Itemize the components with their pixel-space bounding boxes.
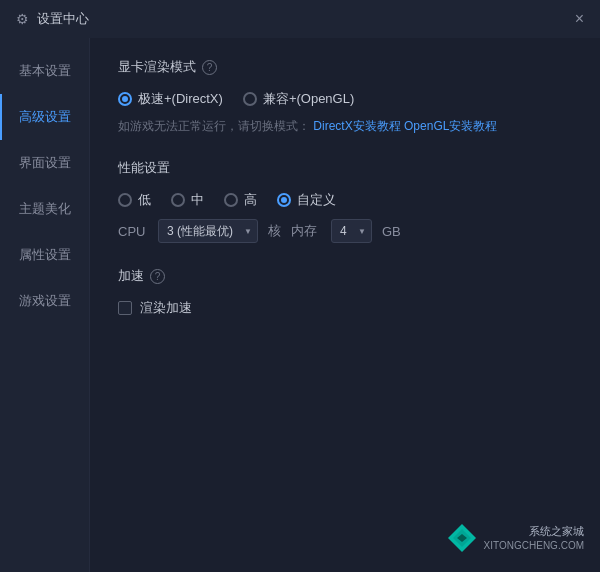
mem-unit-label: GB — [382, 224, 401, 239]
accel-section-title: 加速 ? — [118, 267, 572, 285]
directx-label: 极速+(DirectX) — [138, 90, 223, 108]
cpu-select-wrapper: 3 (性能最优) 1 2 4 — [158, 219, 258, 243]
directx-tutorial-link[interactable]: DirectX安装教程 — [313, 119, 400, 133]
perf-custom-option[interactable]: 自定义 — [277, 191, 336, 209]
sidebar-item-advanced[interactable]: 高级设置 — [0, 94, 89, 140]
gpu-link-prefix: 如游戏无法正常运行，请切换模式： — [118, 119, 310, 133]
watermark-area: 系统之家城 XITONGCHENG.COM — [446, 522, 584, 554]
perf-low-option[interactable]: 低 — [118, 191, 151, 209]
opengl-option[interactable]: 兼容+(OpenGL) — [243, 90, 354, 108]
perf-custom-label: 自定义 — [297, 191, 336, 209]
sidebar-item-ui[interactable]: 界面设置 — [0, 140, 89, 186]
accel-help-icon[interactable]: ? — [150, 269, 165, 284]
main-layout: 基本设置 高级设置 界面设置 主题美化 属性设置 游戏设置 显卡渲染模式 ? 极… — [0, 38, 600, 572]
window-title: 设置中心 — [37, 10, 89, 28]
render-accel-option[interactable]: 渲染加速 — [118, 299, 572, 317]
opengl-tutorial-link[interactable]: OpenGL安装教程 — [404, 119, 497, 133]
perf-title-text: 性能设置 — [118, 159, 170, 177]
sidebar-item-attribute[interactable]: 属性设置 — [0, 232, 89, 278]
directx-radio[interactable] — [118, 92, 132, 106]
core-label: 核 — [268, 222, 281, 240]
perf-section: 性能设置 低 中 高 自定义 — [118, 159, 572, 243]
perf-high-label: 高 — [244, 191, 257, 209]
perf-low-radio[interactable] — [118, 193, 132, 207]
perf-section-title: 性能设置 — [118, 159, 572, 177]
perf-custom-radio[interactable] — [277, 193, 291, 207]
sidebar: 基本设置 高级设置 界面设置 主题美化 属性设置 游戏设置 — [0, 38, 90, 572]
perf-high-option[interactable]: 高 — [224, 191, 257, 209]
gpu-section-title: 显卡渲染模式 ? — [118, 58, 572, 76]
title-bar-left: ⚙ 设置中心 — [16, 10, 89, 28]
perf-high-radio[interactable] — [224, 193, 238, 207]
watermark-text-block: 系统之家城 XITONGCHENG.COM — [484, 523, 584, 554]
perf-mid-option[interactable]: 中 — [171, 191, 204, 209]
directx-option[interactable]: 极速+(DirectX) — [118, 90, 223, 108]
perf-radio-group: 低 中 高 自定义 — [118, 191, 572, 209]
perf-low-label: 低 — [138, 191, 151, 209]
accel-title-text: 加速 — [118, 267, 144, 285]
gpu-radio-group: 极速+(DirectX) 兼容+(OpenGL) — [118, 90, 572, 108]
accel-section: 加速 ? 渲染加速 — [118, 267, 572, 317]
gpu-link-row: 如游戏无法正常运行，请切换模式： DirectX安装教程 OpenGL安装教程 — [118, 118, 572, 135]
perf-mid-radio[interactable] — [171, 193, 185, 207]
opengl-label: 兼容+(OpenGL) — [263, 90, 354, 108]
sidebar-item-basic[interactable]: 基本设置 — [0, 48, 89, 94]
content-area: 显卡渲染模式 ? 极速+(DirectX) 兼容+(OpenGL) 如游戏无法正… — [90, 38, 600, 572]
perf-mid-label: 中 — [191, 191, 204, 209]
gpu-section: 显卡渲染模式 ? 极速+(DirectX) 兼容+(OpenGL) 如游戏无法正… — [118, 58, 572, 135]
render-accel-checkbox[interactable] — [118, 301, 132, 315]
sidebar-item-theme[interactable]: 主题美化 — [0, 186, 89, 232]
cpu-select[interactable]: 3 (性能最优) 1 2 4 — [158, 219, 258, 243]
cpu-label: CPU — [118, 224, 148, 239]
watermark-line2: XITONGCHENG.COM — [484, 539, 584, 553]
mem-label: 内存 — [291, 222, 321, 240]
mem-select[interactable]: 4 2 6 8 — [331, 219, 372, 243]
gpu-title-text: 显卡渲染模式 — [118, 58, 196, 76]
opengl-radio[interactable] — [243, 92, 257, 106]
title-bar: ⚙ 设置中心 × — [0, 0, 600, 38]
watermark-line1: 系统之家城 — [484, 523, 584, 540]
cpu-row: CPU 3 (性能最优) 1 2 4 核 内存 4 2 6 — [118, 219, 572, 243]
close-button[interactable]: × — [575, 11, 584, 27]
sidebar-item-game[interactable]: 游戏设置 — [0, 278, 89, 324]
diamond-logo — [446, 522, 478, 554]
render-accel-label: 渲染加速 — [140, 299, 192, 317]
gear-icon: ⚙ — [16, 11, 29, 27]
gpu-help-icon[interactable]: ? — [202, 60, 217, 75]
mem-select-wrapper: 4 2 6 8 — [331, 219, 372, 243]
